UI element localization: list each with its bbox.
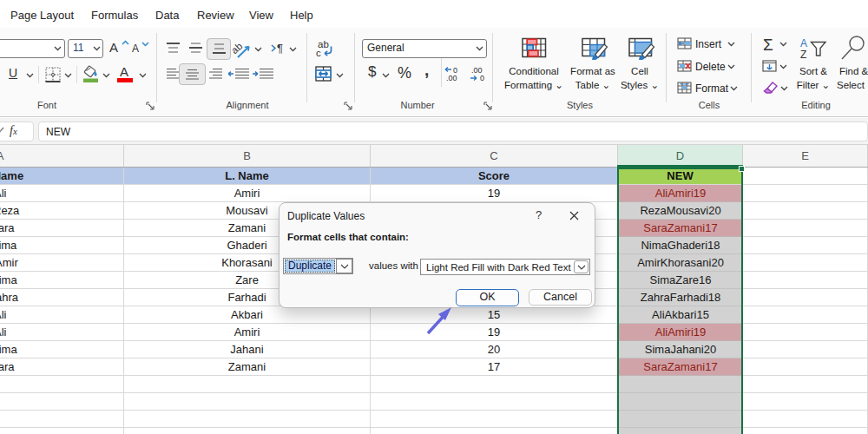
svg-text:c: c <box>316 48 321 58</box>
svg-text:.00: .00 <box>446 74 457 82</box>
svg-text:Z: Z <box>800 49 806 60</box>
svg-text:A: A <box>800 37 807 49</box>
svg-text:¶: ¶ <box>277 42 283 55</box>
svg-text:0: 0 <box>480 74 484 82</box>
